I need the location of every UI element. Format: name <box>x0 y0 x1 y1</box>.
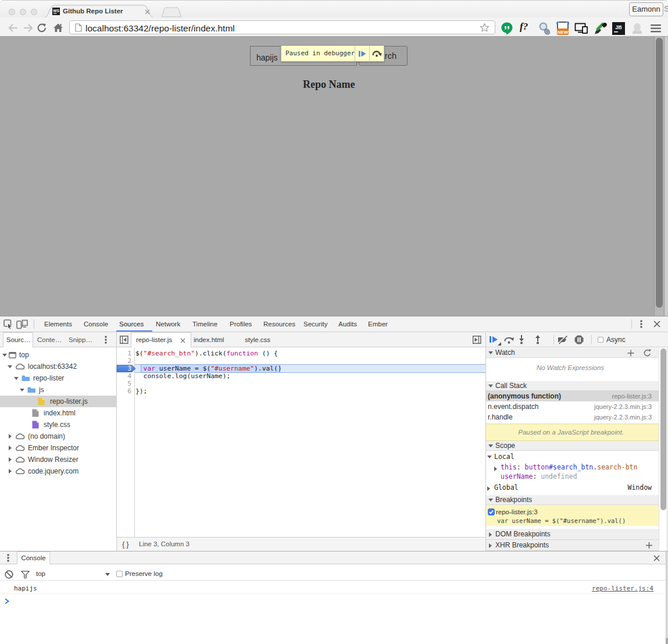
pause-on-exceptions-icon[interactable] <box>574 335 584 344</box>
call-stack-section-header[interactable]: Call Stack <box>486 381 668 391</box>
collapse-arrow[interactable] <box>9 457 12 462</box>
tree-item-js[interactable]: js <box>39 384 44 396</box>
line-number[interactable]: 1 <box>120 350 131 357</box>
tab-network[interactable]: Network <box>156 316 180 332</box>
collapse-arrow[interactable] <box>9 446 12 450</box>
breakpoint-entry[interactable]: repo-lister.js:3 var userName = $("#user… <box>486 505 668 526</box>
tree-item-top[interactable]: top <box>19 349 29 361</box>
new-window-extension-icon[interactable]: NEW <box>555 21 570 36</box>
deactivate-breakpoints-icon[interactable] <box>557 335 569 344</box>
scope-section-header[interactable]: Scope <box>486 441 668 451</box>
xhr-breakpoints-section-header[interactable]: XHR Breakpoints <box>486 540 668 551</box>
console-log-source-link[interactable]: repo-lister.js:4 <box>592 581 653 596</box>
debugger-scrollbar-thumb[interactable] <box>660 348 666 510</box>
home-icon[interactable] <box>53 23 63 33</box>
frame-location[interactable]: jquery-2.2.3.min.js:3 <box>594 401 652 412</box>
collapse-arrow[interactable] <box>487 486 490 491</box>
expand-arrow[interactable] <box>8 365 12 368</box>
line-number[interactable]: 6 <box>120 387 131 395</box>
show-navigator-icon[interactable] <box>120 336 128 344</box>
page-scrollbar-thumb[interactable] <box>656 38 663 308</box>
line-number[interactable]: 2 <box>120 357 131 365</box>
scope-username-row[interactable]: userName: undefined <box>501 472 577 482</box>
tree-item-repo-lister-js[interactable]: repo-lister.js <box>50 396 88 407</box>
code-line[interactable]: var userName = $("#username").val() <box>135 365 282 372</box>
drawer-tab-console[interactable]: Console <box>17 552 50 564</box>
call-stack-frame-selected[interactable]: (anonymous function) repo-lister.js:3 <box>486 391 668 401</box>
menu-hamburger-icon[interactable] <box>651 24 661 33</box>
tab-content-scripts[interactable]: Conte… <box>37 332 62 347</box>
filter-icon[interactable] <box>21 571 30 579</box>
step-over-icon[interactable] <box>504 336 516 344</box>
search-mouse-extension-icon[interactable] <box>538 22 551 35</box>
line-number[interactable]: 5 <box>120 380 131 387</box>
reload-icon[interactable] <box>37 23 47 33</box>
tab-sources[interactable]: Sources <box>119 316 144 332</box>
tab-elements[interactable]: Elements <box>44 316 72 332</box>
devtools-menu-kebab-icon[interactable] <box>640 320 642 328</box>
tab-timeline[interactable]: Timeline <box>192 316 217 332</box>
watch-section-header[interactable]: Watch <box>486 348 668 358</box>
code-line[interactable]: }); <box>135 387 147 395</box>
new-tab-button[interactable] <box>160 1 184 18</box>
tree-item-index-html[interactable]: index.html <box>44 407 76 419</box>
back-icon[interactable] <box>8 24 19 32</box>
frame-context-selector[interactable]: top <box>36 566 45 582</box>
tab-ember[interactable]: Ember <box>368 316 388 332</box>
tree-item-code-jquery[interactable]: code.jquery.com <box>28 465 78 477</box>
devices-extension-icon[interactable] <box>574 23 588 34</box>
disabled-extension-icon[interactable]: GROUP <box>631 22 644 35</box>
toggle-device-toolbar-icon[interactable] <box>16 319 28 329</box>
forward-icon[interactable] <box>23 24 33 32</box>
call-stack-frame[interactable]: n.event.dispatch jquery-2.2.3.min.js:3 <box>486 401 668 412</box>
bookmark-star-icon[interactable] <box>480 23 490 32</box>
expand-arrow[interactable] <box>2 354 7 357</box>
editor-tab-close-icon[interactable] <box>180 338 185 343</box>
tab-close-icon[interactable] <box>145 9 150 15</box>
line-number[interactable]: 4 <box>120 372 131 380</box>
scope-local-label[interactable]: Local <box>494 452 515 462</box>
frame-location[interactable]: jquery-2.2.3.min.js:3 <box>594 412 652 422</box>
editor-tab-active[interactable]: repo-lister.js <box>131 332 191 347</box>
sidebar-menu-kebab-icon[interactable] <box>105 336 107 344</box>
tree-item-style-css[interactable]: style.css <box>44 419 70 430</box>
editor-tab-style-css[interactable]: style.css <box>245 332 270 347</box>
jetbrains-extension-icon[interactable]: JB <box>612 22 625 35</box>
editor-gutter[interactable]: 1 2 4 5 6 <box>117 348 135 538</box>
tree-item-ember-inspector[interactable]: Ember Inspector <box>28 442 79 454</box>
tab-profiles[interactable]: Profiles <box>230 316 252 332</box>
tab-audits[interactable]: Audits <box>338 316 357 332</box>
tree-item-repo-lister[interactable]: repo-lister <box>33 372 64 384</box>
tab-resources[interactable]: Resources <box>263 316 295 332</box>
scope-this-row[interactable]: this: button#search_btn.search-btn <box>501 462 637 472</box>
collapse-arrow[interactable] <box>9 469 12 474</box>
inspect-element-icon[interactable] <box>3 319 14 329</box>
tree-item-window-resizer[interactable]: Window Resizer <box>28 454 78 465</box>
tab-snippets[interactable]: Snipp… <box>69 332 92 347</box>
close-window-button[interactable] <box>9 9 15 15</box>
minimize-window-button[interactable] <box>20 9 26 15</box>
clear-console-icon[interactable] <box>5 570 13 579</box>
preserve-log-checkbox[interactable] <box>116 571 123 577</box>
expand-arrow[interactable] <box>14 377 19 380</box>
call-stack-frame[interactable]: r.handle jquery-2.2.3.min.js:3 <box>486 412 668 422</box>
resume-script-button[interactable] <box>355 46 369 61</box>
tab-sources-pane[interactable]: Sourc… <box>3 332 33 347</box>
expand-arrow[interactable] <box>20 389 24 392</box>
drawer-close-icon[interactable] <box>653 555 660 561</box>
url-text[interactable]: localhost:63342/repo-lister/index.html <box>85 21 235 36</box>
add-xhr-breakpoint-icon[interactable] <box>646 542 652 549</box>
frame-location[interactable]: repo-lister.js:3 <box>612 391 652 401</box>
editor-tab-index-html[interactable]: index.html <box>194 332 224 347</box>
collapse-arrow[interactable] <box>9 434 12 439</box>
add-watch-icon[interactable] <box>627 350 634 357</box>
eyedropper-extension-icon[interactable] <box>594 22 608 35</box>
dom-breakpoints-section-header[interactable]: DOM Breakpoints <box>486 529 668 540</box>
show-debugger-icon[interactable] <box>473 336 481 344</box>
code-line[interactable]: $("#search_btn").click(function () { <box>135 350 278 357</box>
code-line[interactable]: console.log(userName); <box>135 372 230 380</box>
hangouts-extension-icon[interactable] <box>501 22 513 34</box>
scope-global-label[interactable]: Global <box>494 483 519 493</box>
chevron-down-icon[interactable] <box>105 573 110 576</box>
code-area[interactable]: $("#search_btn").click(function () { var… <box>135 348 485 538</box>
